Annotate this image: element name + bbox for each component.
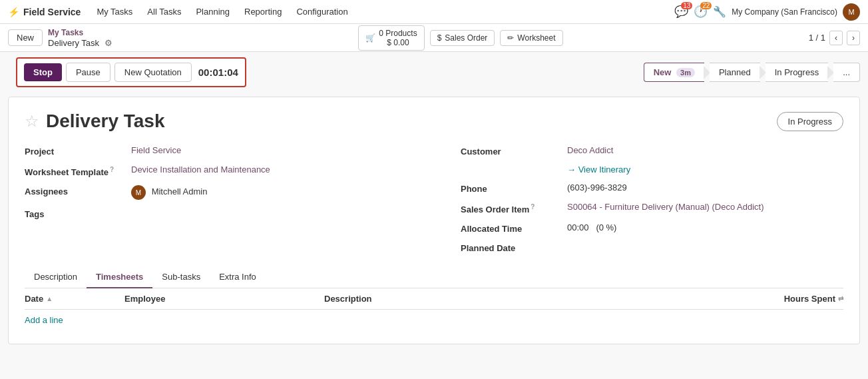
main-content: ☆ Delivery Task In Progress Project Fiel… [8, 97, 860, 344]
messages-count: 13 [681, 2, 692, 9]
allocated-time-value: 00:00 (0 %) [567, 222, 616, 232]
in-progress-status-button[interactable]: In Progress [777, 112, 843, 131]
bolt-icon: ⚡ [8, 7, 19, 17]
allocated-time-label: Allocated Time [461, 222, 567, 234]
tabs: Description Timesheets Sub-tasks Extra I… [25, 266, 843, 288]
task-form: Project Field Service Worksheet Template… [25, 145, 843, 253]
customer-value[interactable]: Deco Addict [567, 145, 613, 155]
messages-badge[interactable]: 💬 13 [674, 5, 688, 19]
sales-order-button[interactable]: $ Sales Order [430, 30, 495, 46]
timesheet-table-header: Date ▲ Employee Description Hours Spent … [25, 288, 843, 310]
nav-reporting[interactable]: Reporting [239, 7, 287, 17]
assignees-label: Assignees [25, 185, 131, 196]
breadcrumb-parent[interactable]: My Tasks [48, 28, 112, 37]
breadcrumb-current: Delivery Task [48, 38, 99, 48]
assignee-name: Mitchell Admin [152, 187, 208, 197]
project-value[interactable]: Field Service [131, 145, 181, 155]
hours-sort-icon[interactable]: ⇄ [838, 295, 843, 302]
worksheet-button[interactable]: ✏ Worksheet [500, 30, 562, 46]
project-field: Project Field Service [25, 145, 434, 157]
sales-order-item-label: Sales Order Item? [461, 202, 567, 214]
cart-icon: 🛒 [365, 33, 375, 43]
app-name: Field Service [23, 7, 81, 17]
stop-button[interactable]: Stop [24, 63, 62, 81]
customer-label: Customer [461, 145, 567, 157]
assignee-avatar: M [131, 185, 146, 200]
pagination: 1 / 1 ‹ › [809, 31, 860, 45]
status-inprogress-button[interactable]: In Progress [765, 63, 828, 82]
sales-order-item-value[interactable]: S00064 - Furniture Delivery (Manual) (De… [567, 202, 764, 212]
planned-date-field: Planned Date [461, 242, 843, 253]
wrench-icon[interactable]: 🔧 [713, 5, 726, 18]
worksheet-label: Worksheet [517, 33, 555, 43]
status-buttons: New 3m Planned In Progress ... [644, 63, 860, 82]
pencil-icon: ✏ [507, 33, 514, 43]
itinerary-spacer [461, 165, 567, 166]
next-button[interactable]: › [847, 31, 860, 45]
allocated-time-field: Allocated Time 00:00 (0 %) [461, 222, 843, 234]
form-left: Project Field Service Worksheet Template… [25, 145, 434, 253]
nav-planning[interactable]: Planning [190, 7, 235, 17]
status-new-badge: 3m [676, 68, 695, 77]
phone-value: (603)-996-3829 [567, 183, 627, 192]
status-planned-button[interactable]: Planned [710, 63, 760, 82]
worksheet-label: Worksheet Template? [25, 165, 131, 177]
employee-column-header: Employee [124, 294, 324, 304]
timer-display: 00:01:04 [198, 67, 238, 78]
task-title: Delivery Task [46, 111, 770, 132]
toolbar-buttons: 🛒 0 Products $ 0.00 $ Sales Order ✏ Work… [358, 25, 562, 51]
view-itinerary-link[interactable]: View Itinerary [567, 165, 630, 175]
breadcrumb-bar: New My Tasks Delivery Task ⚙ 🛒 0 Product… [0, 24, 868, 52]
dollar-icon: $ [437, 33, 442, 43]
description-column-header: Description [324, 294, 763, 304]
status-more-button[interactable]: ... [833, 63, 860, 82]
date-column-header: Date ▲ [25, 294, 124, 304]
tab-timesheets[interactable]: Timesheets [87, 266, 152, 288]
status-new-label: New [654, 67, 672, 77]
prev-button[interactable]: ‹ [829, 31, 843, 45]
activity-badge[interactable]: 🕐 22 [694, 5, 708, 19]
products-button[interactable]: 🛒 0 Products $ 0.00 [358, 25, 424, 51]
nav-right-section: 💬 13 🕐 22 🔧 My Company (San Francisco) M [674, 3, 860, 21]
tab-extra-info[interactable]: Extra Info [210, 266, 266, 288]
worksheet-help[interactable]: ? [110, 166, 114, 173]
favorite-icon[interactable]: ☆ [25, 112, 39, 131]
new-quotation-button[interactable]: New Quotation [114, 63, 192, 82]
date-sort-icon[interactable]: ▲ [46, 295, 53, 302]
worksheet-field: Worksheet Template? Device Installation … [25, 165, 434, 177]
phone-field: Phone (603)-996-3829 [461, 183, 843, 194]
activity-count: 22 [700, 2, 712, 9]
form-right: Customer Deco Addict View Itinerary Phon… [434, 145, 843, 253]
worksheet-value[interactable]: Device Installation and Maintenance [131, 165, 270, 175]
planned-date-label: Planned Date [461, 242, 567, 253]
timer-row: Stop Pause New Quotation 00:01:04 New 3m… [0, 52, 868, 97]
nav-all-tasks[interactable]: All Tasks [142, 7, 186, 17]
company-name: My Company (San Francisco) [732, 7, 837, 17]
sales-order-help[interactable]: ? [531, 203, 535, 210]
new-button[interactable]: New [8, 29, 43, 46]
pagination-text: 1 / 1 [809, 33, 825, 43]
assignee-value: M Mitchell Admin [131, 185, 207, 200]
sales-order-label: Sales Order [445, 33, 487, 43]
status-new-button[interactable]: New 3m [644, 63, 704, 82]
tags-field: Tags [25, 208, 434, 219]
nav-my-tasks[interactable]: My Tasks [91, 7, 138, 17]
itinerary-field: View Itinerary [461, 165, 843, 175]
breadcrumb: My Tasks Delivery Task ⚙ [48, 28, 112, 48]
hours-column-header: Hours Spent ⇄ [763, 294, 843, 304]
task-header: ☆ Delivery Task In Progress [25, 111, 843, 132]
add-line-button[interactable]: Add a line [25, 310, 843, 330]
assignees-field: Assignees M Mitchell Admin [25, 185, 434, 200]
user-avatar[interactable]: M [843, 3, 860, 21]
app-logo: ⚡ Field Service [8, 7, 81, 17]
top-navigation: ⚡ Field Service My Tasks All Tasks Plann… [0, 0, 868, 24]
settings-icon[interactable]: ⚙ [105, 38, 112, 48]
products-label: 0 Products $ 0.00 [379, 29, 417, 47]
tab-subtasks[interactable]: Sub-tasks [152, 266, 210, 288]
phone-label: Phone [461, 183, 567, 194]
tab-description[interactable]: Description [25, 266, 87, 288]
nav-configuration[interactable]: Configuration [291, 7, 353, 17]
pause-button[interactable]: Pause [66, 63, 110, 82]
timer-bar: Stop Pause New Quotation 00:01:04 [16, 57, 246, 87]
tags-label: Tags [25, 208, 131, 219]
